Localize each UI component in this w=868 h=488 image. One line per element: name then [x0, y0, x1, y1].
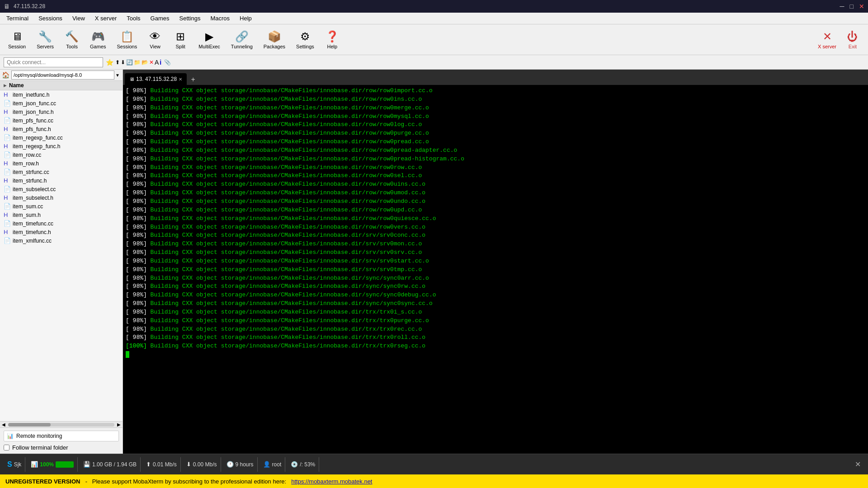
- follow-terminal-check[interactable]: [4, 445, 9, 450]
- file-name: item_strfunc.h: [13, 178, 47, 184]
- upload-icon: ⬆: [146, 461, 151, 468]
- list-item[interactable]: 📄 item_pfs_func.cc: [0, 116, 123, 125]
- list-item[interactable]: H item_row.h: [0, 159, 123, 168]
- menu-macros[interactable]: Macros: [206, 14, 234, 23]
- list-item[interactable]: 📄 item_subselect.cc: [0, 185, 123, 193]
- scroll-left-button[interactable]: ◀: [0, 422, 7, 427]
- download-icon: ⬇: [186, 461, 191, 468]
- list-item[interactable]: 📄 item_sum.cc: [0, 202, 123, 211]
- menu-xserver[interactable]: X server: [90, 14, 121, 23]
- close-button[interactable]: ✕: [859, 3, 864, 10]
- follow-terminal-checkbox[interactable]: Follow terminal folder: [4, 444, 119, 451]
- menu-tools[interactable]: Tools: [122, 14, 145, 23]
- add-tab-button[interactable]: +: [188, 74, 198, 85]
- list-item[interactable]: H item_timefunc.h: [0, 228, 123, 236]
- list-item[interactable]: 📄 item_regexp_func.cc: [0, 133, 123, 142]
- file-cc-icon: 📄: [4, 186, 11, 192]
- file-name: item_timefunc.h: [13, 229, 51, 235]
- toolbar-games[interactable]: 🎮 Games: [85, 28, 110, 51]
- terminal-screen[interactable]: [ 98%] Building CXX object storage/innob…: [123, 85, 868, 454]
- toolbar-multiexec[interactable]: ▶ MultiExec: [194, 28, 225, 51]
- status-memory: 💾 1.00 GB / 1.94 GB: [80, 457, 141, 472]
- list-item[interactable]: H item_sum.h: [0, 211, 123, 219]
- paperclip-icon[interactable]: 📎: [164, 59, 171, 66]
- session-icon: 🖥: [12, 30, 23, 43]
- toolbar-tools[interactable]: 🔨 Tools: [60, 28, 84, 51]
- list-item[interactable]: 📄 item_xmlfunc.cc: [0, 236, 123, 245]
- toolbar-session[interactable]: 🖥 Session: [4, 28, 30, 51]
- toolbar-tunneling[interactable]: 🔗 Tunneling: [226, 28, 257, 51]
- download-button[interactable]: ⬇: [121, 59, 125, 66]
- title-bar: 🖥 47.115.32.28 ─ □ ✕: [0, 0, 868, 13]
- menu-settings[interactable]: Settings: [175, 14, 205, 23]
- list-item[interactable]: H item_strfunc.h: [0, 176, 123, 185]
- file-name: item_regexp_func.cc: [13, 135, 63, 141]
- toolbar-xserver[interactable]: ✕ X server: [813, 28, 841, 51]
- split-icon: ⊞: [176, 30, 185, 43]
- file-h-icon: H: [4, 229, 11, 235]
- terminal-line: [ 98%] Building CXX object storage/innob…: [126, 206, 865, 215]
- file-name: item_subselect.cc: [13, 186, 56, 192]
- terminal-line: [ 98%] Building CXX object storage/innob…: [126, 129, 865, 138]
- toolbar-games-label: Games: [90, 44, 106, 49]
- menu-terminal[interactable]: Terminal: [2, 14, 33, 23]
- new-folder-button[interactable]: 📂: [142, 59, 148, 66]
- menu-games[interactable]: Games: [146, 14, 174, 23]
- toolbar-servers-label: Servers: [37, 44, 54, 49]
- menu-view[interactable]: View: [68, 14, 90, 23]
- list-item[interactable]: H item_json_func.h: [0, 108, 123, 116]
- toolbar-settings[interactable]: ⚙ Settings: [292, 28, 319, 51]
- terminal-line: [ 98%] Building CXX object storage/innob…: [126, 274, 865, 283]
- maximize-button[interactable]: □: [850, 3, 854, 10]
- window-controls[interactable]: ─ □ ✕: [840, 3, 864, 10]
- text-button[interactable]: A: [155, 59, 159, 66]
- list-item[interactable]: H item_pfs_func.h: [0, 125, 123, 133]
- file-name: item_pfs_func.h: [13, 126, 51, 132]
- toolbar-servers[interactable]: 🔧 Servers: [32, 28, 58, 51]
- toolbar-split[interactable]: ⊞ Split: [169, 28, 192, 51]
- status-bar: S Sjk 📊 100% 💾 1.00 GB / 1.94 GB ⬆ 0.01 …: [0, 454, 868, 474]
- delete-button[interactable]: ✕: [149, 59, 154, 66]
- path-input[interactable]: [11, 70, 114, 80]
- list-item[interactable]: 📄 item_timefunc.cc: [0, 219, 123, 228]
- menu-help[interactable]: Help: [235, 14, 256, 23]
- home-icon[interactable]: 🏠: [2, 71, 9, 79]
- refresh-button[interactable]: 🔄: [126, 59, 133, 66]
- scroll-right-button[interactable]: ▶: [115, 422, 123, 427]
- toolbar-packages[interactable]: 📦 Packages: [259, 28, 290, 51]
- follow-terminal-label: Follow terminal folder: [12, 444, 68, 451]
- toolbar-split-label: Split: [175, 44, 185, 49]
- list-item[interactable]: H item_inetfunc.h: [0, 90, 123, 99]
- path-dropdown-arrow[interactable]: ▼: [114, 72, 121, 79]
- chart-icon: 📊: [7, 433, 14, 439]
- list-item[interactable]: H item_regexp_func.h: [0, 142, 123, 150]
- star-button[interactable]: ⭐: [106, 59, 113, 66]
- toolbar-view[interactable]: 👁 View: [143, 28, 167, 51]
- list-item[interactable]: H item_subselect.h: [0, 193, 123, 202]
- folder-button[interactable]: 📁: [134, 59, 141, 66]
- toolbar-exit[interactable]: ⏻ Exit: [841, 28, 864, 51]
- menu-sessions[interactable]: Sessions: [34, 14, 67, 23]
- tab-close-button[interactable]: ✕: [179, 77, 182, 82]
- close-status-button[interactable]: ✕: [851, 458, 864, 470]
- toolbar-tunneling-label: Tunneling: [231, 44, 253, 49]
- terminal-line: [ 98%] Building CXX object storage/innob…: [126, 172, 865, 180]
- quick-connect-input[interactable]: [4, 57, 103, 67]
- list-item[interactable]: 📄 item_row.cc: [0, 150, 123, 159]
- terminal-line: [ 98%] Building CXX object storage/innob…: [126, 197, 865, 206]
- file-name: item_row.h: [13, 160, 39, 167]
- remote-monitoring-button[interactable]: 📊 Remote monitoring: [4, 431, 119, 441]
- list-item[interactable]: 📄 item_strfunc.cc: [0, 168, 123, 176]
- tab-label: 13. 47.115.32.28: [136, 76, 177, 82]
- bold-button[interactable]: i: [160, 59, 161, 66]
- quick-connect-bar: ⭐ ⬆ ⬇ 🔄 📁 📂 ✕ A i 📎: [0, 55, 868, 70]
- upload-button[interactable]: ⬆: [115, 59, 120, 66]
- minimize-button[interactable]: ─: [840, 3, 844, 10]
- toolbar-help[interactable]: ❓ Help: [321, 28, 344, 51]
- list-item[interactable]: 📄 item_json_func.cc: [0, 99, 123, 108]
- progress-fill: [56, 461, 74, 468]
- unregistered-link[interactable]: https://mobaxterm.mobatek.net: [291, 478, 372, 485]
- toolbar-sessions[interactable]: 📋 Sessions: [113, 28, 142, 51]
- toolbar-multiexec-label: MultiExec: [198, 44, 220, 49]
- terminal-tab[interactable]: 🖥 13. 47.115.32.28 ✕: [125, 73, 187, 85]
